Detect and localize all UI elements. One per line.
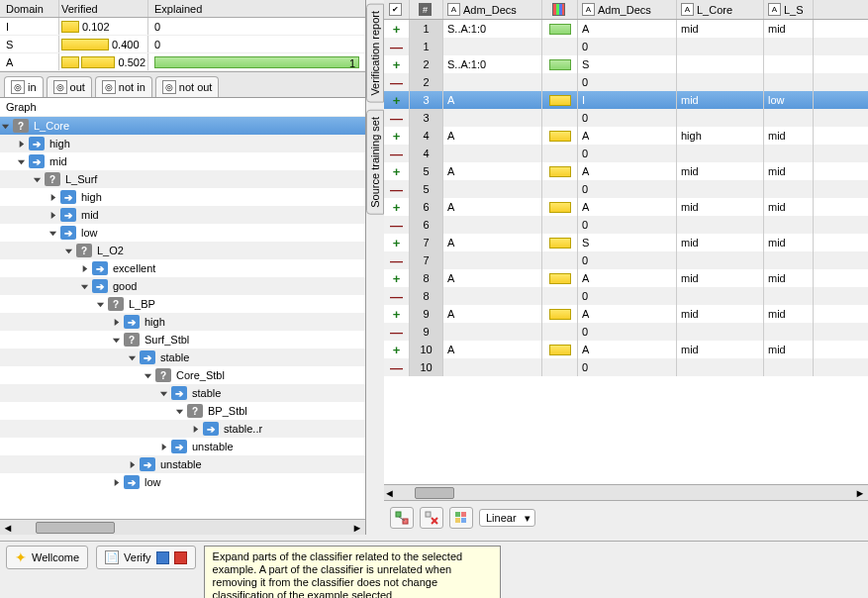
mode-tab-not-out[interactable]: ◎not out	[155, 76, 220, 97]
expand-icon[interactable]	[111, 317, 122, 328]
tree-node[interactable]: ➔low	[0, 473, 365, 491]
tree-node[interactable]: ?L_Core	[0, 117, 365, 135]
col-adm-decs-1[interactable]: AAdm_Decs	[443, 0, 542, 19]
collapse-icon[interactable]	[16, 156, 27, 167]
col-explained[interactable]: Explained	[148, 0, 365, 17]
col-ls[interactable]: AL_S	[764, 0, 814, 19]
expand-icon[interactable]	[79, 263, 90, 274]
collapse-icon[interactable]	[158, 388, 169, 399]
delete-button[interactable]	[420, 507, 443, 529]
tree-node-label: stable..r	[221, 423, 262, 435]
yellow-swatch-icon	[549, 345, 571, 355]
tree-node[interactable]: ➔stable	[0, 349, 365, 366]
collapse-icon[interactable]	[127, 352, 138, 363]
tree-node[interactable]: ➔stable	[0, 384, 365, 402]
table-row[interactable]: —100	[384, 358, 868, 376]
question-node-icon: ?	[76, 244, 92, 257]
collapse-icon[interactable]	[111, 335, 122, 346]
table-row[interactable]: +9AAmidmid	[384, 305, 868, 323]
tree-node[interactable]: ?L_Surf	[0, 170, 365, 188]
collapse-icon[interactable]	[48, 228, 58, 239]
table-row[interactable]: —30	[384, 109, 868, 127]
arrow-node-icon: ➔	[140, 457, 155, 471]
table-row[interactable]: +8AAmidmid	[384, 269, 868, 287]
scale-select[interactable]: Linear	[479, 509, 535, 527]
table-row[interactable]: +7ASmidmid	[384, 234, 868, 251]
collapse-icon[interactable]	[79, 281, 90, 292]
table-row[interactable]: —20	[384, 73, 868, 91]
col-adm-decs-2[interactable]: AAdm_Decs	[578, 0, 677, 19]
table-row[interactable]: —80	[384, 287, 868, 305]
tree-node[interactable]: ?BP_Stbl	[0, 402, 365, 420]
tree-node[interactable]: ➔low	[0, 224, 365, 242]
col-lcore[interactable]: AL_Core	[677, 0, 764, 19]
tree-node[interactable]: ?L_BP	[0, 295, 365, 313]
tree-node[interactable]: ➔high	[0, 135, 365, 152]
tree-node[interactable]: ?L_O2	[0, 242, 365, 259]
table-row[interactable]: —10	[384, 38, 868, 55]
col-number[interactable]: #	[410, 0, 443, 19]
table-row[interactable]: +1S..A:1:0Amidmid	[384, 20, 868, 38]
expand-icon[interactable]	[48, 192, 58, 203]
expand-tree-button[interactable]	[390, 507, 414, 529]
expand-icon[interactable]	[48, 210, 58, 221]
table-row[interactable]: —90	[384, 323, 868, 341]
tree[interactable]: ?L_Core➔high➔mid?L_Surf➔high➔mid➔low?L_O…	[0, 117, 365, 519]
tree-node[interactable]: ➔excellent	[0, 259, 365, 277]
data-table-body[interactable]: +1S..A:1:0Amidmid—10+2S..A:1:0S—20+3AImi…	[384, 20, 868, 376]
arrow-node-icon: ➔	[29, 137, 45, 150]
col-verified[interactable]: Verified	[59, 0, 148, 17]
close-icon[interactable]	[174, 551, 187, 564]
table-row[interactable]: +2S..A:1:0S	[384, 55, 868, 73]
mode-tab-in[interactable]: ◎in	[4, 76, 44, 97]
summary-row[interactable]: A0.5021	[0, 53, 365, 71]
tree-node[interactable]: ➔mid	[0, 152, 365, 170]
yellow-swatch-icon	[549, 309, 571, 320]
table-row[interactable]: —50	[384, 180, 868, 198]
collapse-icon[interactable]	[63, 246, 74, 256]
table-row[interactable]: —40	[384, 145, 868, 162]
table-row[interactable]: +5AAmidmid	[384, 162, 868, 180]
expand-icon[interactable]	[127, 459, 138, 470]
table-row[interactable]: +3AImidlow	[384, 91, 868, 109]
tree-node[interactable]: ➔unstable	[0, 438, 365, 455]
tree-node-label: BP_Stbl	[205, 405, 247, 417]
collapse-icon[interactable]	[32, 174, 43, 185]
expand-icon[interactable]	[111, 477, 122, 488]
table-row[interactable]: +6AAmidmid	[384, 198, 868, 216]
tree-node[interactable]: ➔stable..r	[0, 420, 365, 438]
col-swatch[interactable]	[542, 0, 578, 19]
tree-node[interactable]: ➔unstable	[0, 455, 365, 473]
table-row[interactable]: —70	[384, 251, 868, 269]
expand-icon[interactable]	[158, 442, 169, 452]
tree-node[interactable]: ➔high	[0, 188, 365, 206]
table-hscroll[interactable]: ◄►	[384, 484, 868, 500]
mode-tab-not-in[interactable]: ◎not in	[95, 76, 152, 97]
collapse-icon[interactable]	[0, 121, 11, 132]
col-check[interactable]: ✔	[384, 0, 410, 19]
tree-hscroll[interactable]: ◄►	[0, 519, 365, 535]
mode-tab-out[interactable]: ◎out	[47, 76, 92, 97]
tree-node[interactable]: ➔good	[0, 277, 365, 295]
table-row[interactable]: —60	[384, 216, 868, 234]
table-row[interactable]: +4AAhighmid	[384, 127, 868, 145]
collapse-icon[interactable]	[143, 370, 153, 381]
tree-node[interactable]: ?Core_Stbl	[0, 366, 365, 384]
summary-row[interactable]: S0.4000	[0, 36, 365, 53]
welcome-tab[interactable]: ✦Wellcome	[6, 546, 88, 569]
tree-node[interactable]: ➔high	[0, 313, 365, 331]
summary-row[interactable]: I0.1020	[0, 18, 365, 36]
collapse-icon[interactable]	[95, 299, 106, 310]
verify-tab[interactable]: 📄 Verify	[96, 546, 196, 569]
table-row[interactable]: +10AAmidmid	[384, 341, 868, 358]
tree-node[interactable]: ➔mid	[0, 206, 365, 224]
plus-icon: +	[393, 343, 401, 357]
vtab-source-training[interactable]: Source training set	[366, 110, 384, 215]
expand-icon[interactable]	[16, 139, 27, 150]
vtab-verification[interactable]: Verification report	[366, 4, 384, 103]
expand-icon[interactable]	[190, 424, 201, 435]
collapse-icon[interactable]	[174, 406, 185, 417]
col-domain[interactable]: Domain	[0, 0, 59, 17]
tree-node[interactable]: ?Surf_Stbl	[0, 331, 365, 349]
colorize-button[interactable]	[449, 507, 473, 529]
